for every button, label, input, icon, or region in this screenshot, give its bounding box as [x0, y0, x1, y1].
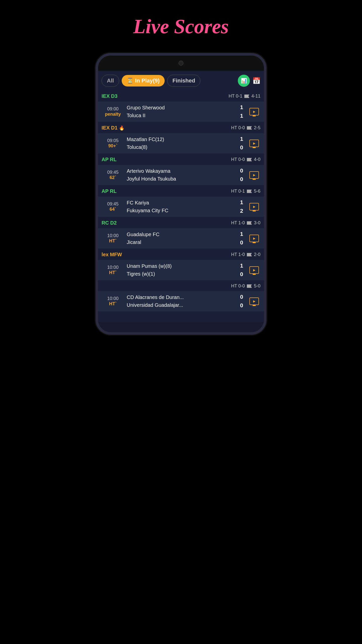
match-scores-col: 00	[235, 294, 248, 309]
away-score: 0	[240, 302, 243, 309]
home-team: Grupo Sherwood	[127, 105, 233, 111]
calendar-button[interactable]: 📅	[252, 77, 260, 85]
match-scores-col: 10	[235, 136, 248, 151]
top-bar: All ⏳ In Play(9) Finished 📊 📅	[98, 71, 264, 91]
league-name: AP RL	[102, 188, 117, 194]
match-scores-col: 11	[235, 104, 248, 119]
league-meta: HT 0-05-0	[231, 283, 260, 289]
ht-score: HT 1-0	[231, 252, 245, 257]
bracket-score: 4-11	[251, 94, 260, 99]
flag-icon	[247, 158, 252, 161]
bracket-score: 5-6	[254, 189, 260, 194]
league-name: AP RL	[102, 157, 117, 162]
home-score: 1	[240, 104, 243, 111]
phone-mockup: All ⏳ In Play(9) Finished 📊 📅 IEX D3HT 0…	[96, 53, 266, 335]
tab-inplay-button[interactable]: ⏳ In Play(9)	[122, 75, 165, 87]
match-actions-col[interactable]	[248, 294, 260, 309]
tv-icon[interactable]	[249, 203, 259, 210]
ht-score: HT 0-0	[231, 283, 245, 289]
tv-icon[interactable]	[249, 171, 259, 179]
match-row: 09:4562`Arterivo WakayamaJoyful Honda Ts…	[98, 165, 264, 185]
match-actions-col[interactable]	[248, 167, 260, 183]
match-teams-col: Guadalupe FCJicaral	[124, 231, 235, 246]
match-row: 10:00HT`Unam Pumas (w)(8)Tigres (w)(1)10	[98, 260, 264, 280]
match-time: 09:00	[107, 106, 118, 112]
match-time-col: 09:4564`	[102, 199, 124, 214]
match-time: 09:05	[107, 138, 118, 143]
league-header: AP RLHT 0-04-0	[98, 154, 264, 165]
match-time: 09:45	[107, 170, 118, 175]
match-time-col: 10:00HT`	[102, 294, 124, 309]
stats-button[interactable]: 📊	[238, 75, 250, 87]
phone-camera	[178, 61, 184, 66]
leagues-container: IEX D3HT 0-14-1109:00penaltyGrupo Sherwo…	[98, 91, 264, 312]
league-meta: HT 0-04-0	[231, 157, 260, 162]
tv-icon[interactable]	[249, 108, 259, 115]
league-name: lex MFW	[102, 252, 122, 257]
flag-icon	[247, 284, 252, 288]
league-header: RC D2HT 1-03-0	[98, 218, 264, 228]
match-scores-col: 12	[235, 199, 248, 214]
league-meta: HT 0-14-11	[229, 94, 260, 99]
ht-score: HT 0-0	[231, 157, 245, 162]
home-score: 1	[240, 263, 243, 269]
away-team: Joyful Honda Tsukuba	[127, 176, 233, 182]
home-team: CD Alacranes de Duran...	[127, 294, 233, 300]
page-title: Live Scores	[133, 15, 229, 38]
tv-icon[interactable]	[249, 235, 259, 242]
ht-score: HT 0-1	[231, 189, 245, 194]
flag-icon	[247, 126, 252, 130]
league-section: IEX D1 🔥HT 0-02-509:0590+`Mazatlan FC(12…	[98, 122, 264, 154]
league-section: IEX D3HT 0-14-1109:00penaltyGrupo Sherwo…	[98, 91, 264, 122]
match-minute: 90+`	[108, 143, 118, 149]
away-score: 0	[240, 271, 243, 278]
league-name: RC D2	[102, 220, 117, 226]
match-actions-col[interactable]	[248, 263, 260, 278]
league-meta: HT 0-02-5	[231, 125, 260, 131]
tv-icon[interactable]	[249, 266, 259, 274]
bracket-score: 2-0	[254, 252, 260, 257]
league-header: AP RLHT 0-15-6	[98, 186, 264, 197]
home-team: Guadalupe FC	[127, 232, 233, 237]
match-teams-col: CD Alacranes de Duran...Universidad Guad…	[124, 294, 235, 309]
match-minute: HT`	[109, 238, 117, 244]
league-header: IEX D1 🔥HT 0-02-5	[98, 122, 264, 133]
match-time-col: 09:00penalty	[102, 104, 124, 119]
match-minute: HT`	[109, 270, 117, 275]
match-actions-col[interactable]	[248, 231, 260, 246]
match-actions-col[interactable]	[248, 136, 260, 151]
tv-icon[interactable]	[249, 297, 259, 305]
match-scores-col: 10	[235, 231, 248, 246]
bracket-score: 5-0	[254, 283, 260, 289]
match-row: 09:0590+`Mazatlan FC(12)Toluca(8)10	[98, 133, 264, 154]
home-team: Mazatlan FC(12)	[127, 137, 233, 142]
tab-all-button[interactable]: All	[102, 75, 119, 87]
tv-icon[interactable]	[249, 140, 259, 147]
match-time: 10:00	[107, 233, 118, 238]
match-minute: 62`	[110, 175, 116, 180]
league-header: lex MFWHT 1-02-0	[98, 249, 264, 260]
league-name: IEX D3	[102, 93, 117, 99]
league-name: IEX D1 🔥	[102, 125, 124, 131]
ht-score: HT 0-1	[229, 94, 242, 99]
match-time-col: 10:00HT`	[102, 231, 124, 246]
phone-notch	[98, 56, 264, 71]
league-section: lex MFWHT 1-02-010:00HT`Unam Pumas (w)(8…	[98, 249, 264, 280]
bracket-score: 3-0	[254, 220, 260, 226]
match-time: 09:45	[107, 201, 118, 207]
match-time: 10:00	[107, 296, 118, 301]
away-team: Toluca(8)	[127, 144, 233, 150]
match-teams-col: Unam Pumas (w)(8)Tigres (w)(1)	[124, 263, 235, 278]
tab-finished-button[interactable]: Finished	[167, 75, 200, 87]
away-score: 0	[240, 239, 243, 246]
hourglass-icon: ⏳	[127, 77, 133, 84]
match-teams-col: Grupo SherwoodToluca II	[124, 104, 235, 119]
match-minute: 64`	[110, 207, 116, 212]
match-row: 09:00penaltyGrupo SherwoodToluca II11	[98, 102, 264, 122]
match-actions-col[interactable]	[248, 104, 260, 119]
match-row: 10:00HT`Guadalupe FCJicaral10	[98, 228, 264, 249]
league-section: AP RLHT 0-04-009:4562`Arterivo WakayamaJ…	[98, 154, 264, 185]
match-minute: HT`	[109, 301, 117, 307]
match-actions-col[interactable]	[248, 199, 260, 214]
match-row: 09:4564`FC KariyaFukuyama City FC12	[98, 197, 264, 217]
